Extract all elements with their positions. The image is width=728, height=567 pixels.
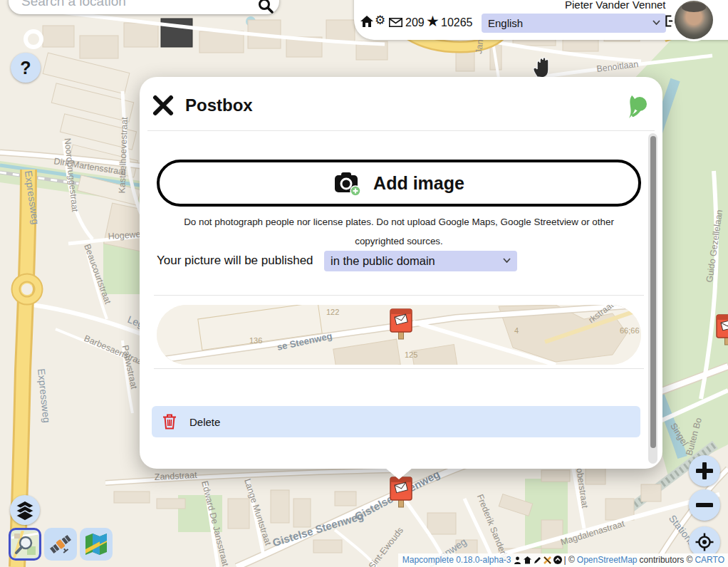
image-upload-note: Do not photograph people nor license pla…: [161, 212, 637, 251]
community-icon: [514, 556, 521, 564]
divider: [147, 130, 655, 131]
osm-link[interactable]: OpenStreetMap: [577, 555, 638, 565]
search-icon[interactable]: [258, 0, 274, 14]
help-label: ?: [20, 58, 31, 78]
search-input[interactable]: [20, 0, 258, 14]
housenumber: 4: [514, 326, 519, 335]
messages-count: 209: [405, 16, 425, 29]
housenumber: 136: [249, 336, 262, 345]
housenumber: 125: [405, 350, 417, 359]
attribution-bar: Mapcomplete 0.18.0-alpha-3 | © OpenStree…: [398, 553, 728, 567]
language-selected: English: [488, 17, 523, 29]
layers-button[interactable]: [10, 495, 40, 525]
statistics-icon: [544, 556, 551, 564]
license-prefix: Your picture will be published: [157, 254, 313, 268]
close-icon[interactable]: [152, 95, 174, 116]
location-minimap[interactable]: 122 136 125 4 66;66 se Steenweg rkstraat: [157, 305, 641, 365]
home-icon[interactable]: [360, 16, 373, 28]
language-select[interactable]: English: [482, 14, 666, 33]
theme-button-osm[interactable]: [9, 528, 41, 561]
delete-label: Delete: [189, 416, 220, 428]
plus-icon: [696, 462, 713, 479]
gear-icon[interactable]: ⚙: [375, 14, 385, 26]
license-selected: in the public domain: [331, 254, 435, 268]
license-select[interactable]: in the public domain: [324, 251, 517, 271]
theme-button-folded-map[interactable]: [80, 528, 113, 561]
mapcomplete-logo-icon: [623, 94, 649, 120]
help-button[interactable]: ?: [11, 53, 41, 83]
housenumber: 66;66: [620, 326, 640, 335]
username: Pieter Vander Vennet: [565, 0, 666, 11]
building-icon: [524, 556, 531, 564]
add-image-button[interactable]: Add image: [157, 160, 641, 207]
stars-count: 10265: [441, 16, 473, 29]
camera-plus-icon: [333, 170, 362, 197]
divider: [154, 295, 644, 296]
chevron-down-icon: [503, 258, 511, 263]
popup-pointer: [385, 468, 412, 479]
popup-scrollbar[interactable]: [648, 133, 657, 464]
popup-title: Postbox: [185, 95, 253, 115]
theme-button-aerial[interactable]: [44, 528, 77, 561]
folded-map-icon: [83, 531, 110, 558]
delete-button[interactable]: Delete: [152, 406, 640, 437]
user-panel: Pieter Vander Vennet ⚙ 209 ★ 10265 Engli…: [354, 0, 728, 40]
mapcomplete-version-link[interactable]: Mapcomplete 0.18.0-alpha-3: [402, 555, 511, 565]
contributors-text: contributors ©: [640, 555, 693, 565]
carto-link[interactable]: CARTO: [695, 555, 724, 565]
crosshair-icon: [695, 533, 714, 551]
envelope-icon[interactable]: [389, 18, 402, 27]
housenumber: 122: [326, 308, 339, 316]
star-icon: ★: [426, 14, 440, 28]
trash-icon: [162, 414, 177, 430]
osm-map-icon: [11, 531, 38, 558]
zoom-in-button[interactable]: [689, 455, 720, 487]
satellite-icon: [47, 531, 74, 558]
circle-arrow-icon: [553, 556, 562, 564]
chevron-down-icon: [652, 20, 660, 25]
layers-icon: [15, 500, 35, 520]
search-bar[interactable]: [9, 0, 279, 14]
pencil-icon: [534, 556, 541, 564]
avatar[interactable]: [675, 1, 713, 39]
scrollbar-thumb[interactable]: [650, 136, 656, 448]
add-image-label: Add image: [373, 173, 464, 194]
divider: [154, 368, 644, 369]
postbox-popup: Postbox Add image Do not photograph peop…: [140, 77, 662, 469]
zoom-out-button[interactable]: [689, 489, 720, 521]
minus-icon: [696, 496, 713, 514]
attribution-divider: | ©: [564, 555, 575, 565]
